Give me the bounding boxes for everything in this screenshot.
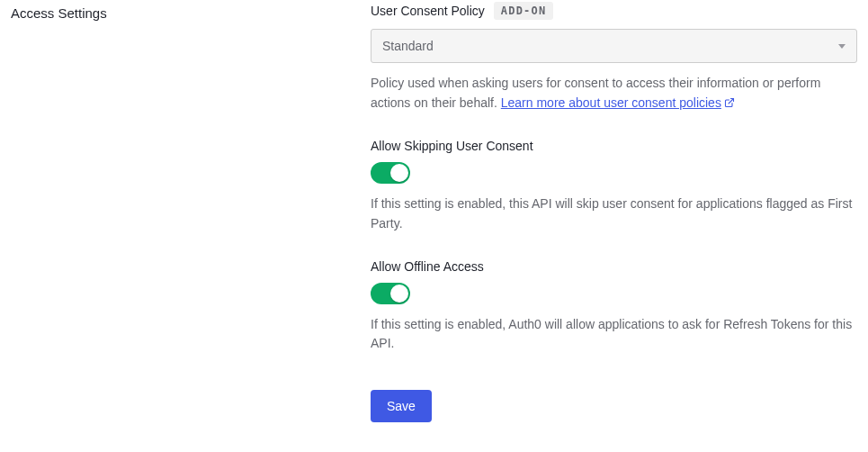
allow-skipping-consent-field: Allow Skipping User Consent If this sett…	[371, 139, 857, 233]
addon-badge: ADD-ON	[494, 2, 554, 20]
settings-fields: User Consent Policy ADD-ON Standard Poli…	[371, 2, 857, 422]
allow-skipping-consent-label: Allow Skipping User Consent	[371, 139, 533, 153]
user-consent-policy-field: User Consent Policy ADD-ON Standard Poli…	[371, 2, 857, 113]
save-row: Save	[371, 390, 857, 422]
section-title: Access Settings	[11, 5, 371, 21]
external-link-icon	[724, 95, 735, 114]
learn-more-link[interactable]: Learn more about user consent policies	[501, 95, 735, 110]
access-settings-section: Access Settings User Consent Policy ADD-…	[0, 0, 868, 433]
chevron-down-icon	[838, 44, 846, 49]
section-title-col: Access Settings	[11, 2, 371, 422]
allow-offline-access-label: Allow Offline Access	[371, 259, 484, 274]
user-consent-policy-select[interactable]: Standard	[371, 29, 857, 63]
select-value: Standard	[382, 39, 434, 53]
toggle-knob	[390, 164, 408, 182]
allow-offline-access-field: Allow Offline Access If this setting is …	[371, 259, 857, 354]
toggle-knob	[390, 285, 408, 303]
svg-line-0	[729, 98, 734, 104]
allow-skipping-consent-toggle[interactable]	[371, 162, 410, 184]
field-label-row: Allow Skipping User Consent	[371, 139, 857, 153]
user-consent-policy-label: User Consent Policy	[371, 4, 485, 18]
link-text: Learn more about user consent policies	[501, 95, 721, 110]
save-button[interactable]: Save	[371, 390, 432, 422]
field-label-row: User Consent Policy ADD-ON	[371, 2, 857, 20]
consent-policy-helper: Policy used when asking users for consen…	[371, 74, 857, 113]
offline-access-helper: If this setting is enabled, Auth0 will a…	[371, 315, 857, 354]
field-label-row: Allow Offline Access	[371, 259, 857, 274]
select-wrap: Standard	[371, 29, 857, 63]
allow-offline-access-toggle[interactable]	[371, 283, 410, 304]
skip-consent-helper: If this setting is enabled, this API wil…	[371, 194, 857, 233]
